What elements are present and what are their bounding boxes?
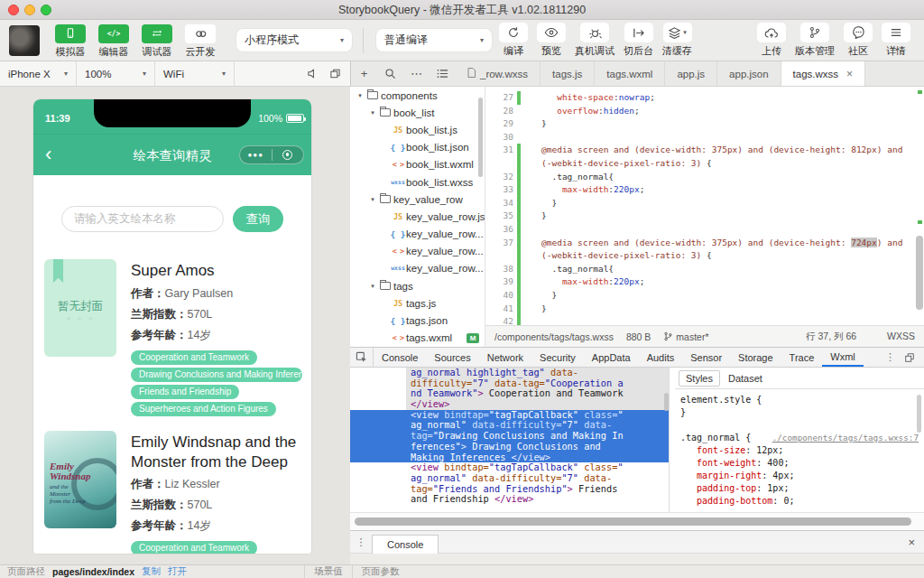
more-menu-button[interactable]: ●●● (240, 146, 272, 163)
devtools-tab-trace[interactable]: Trace (781, 348, 823, 367)
network-select[interactable]: WiFi▾ (155, 61, 235, 86)
scene-value-label[interactable]: 场景值 (314, 565, 343, 578)
compile-button[interactable]: 编译 (499, 23, 528, 58)
tree-item[interactable]: ▾components (350, 87, 485, 104)
query-button[interactable]: 查询 (233, 206, 283, 232)
mode-select[interactable]: 小程序模式 ▾ (236, 29, 352, 51)
style-rule-line[interactable]: margin-right: 4px; (680, 470, 919, 482)
editor-tab[interactable]: _row.wxss (456, 61, 541, 86)
search-input[interactable]: 请输入英文绘本名称 (61, 206, 224, 232)
book-tag[interactable]: Friends and Friendship (131, 385, 239, 399)
version-control-button[interactable]: 版本管理 (795, 23, 835, 58)
open-link[interactable]: 打开 (168, 565, 187, 578)
stylesheet-link[interactable]: ./components/tags/tags.wxss:7 (772, 432, 919, 444)
tab-styles[interactable]: Styles (679, 370, 720, 387)
devtools-tab-sensor[interactable]: Sensor (682, 348, 730, 367)
debugger-toggle-button[interactable]: 调试器 (138, 23, 176, 59)
book-tag[interactable]: Cooperation and Teamwork (131, 541, 257, 554)
style-rule-line[interactable]: font-weight: 400; (680, 457, 919, 470)
switch-background-button[interactable]: 切后台 (624, 23, 653, 58)
page-params-label[interactable]: 页面参数 (362, 565, 400, 578)
tree-item[interactable]: < >tags.wxmlM (350, 330, 485, 347)
simulator-toggle-button[interactable]: 模拟器 (51, 23, 89, 59)
tree-item[interactable]: { }key_value_row... (350, 226, 485, 243)
book-tag[interactable]: Superheroes and Action Figures (131, 402, 276, 416)
style-rule-line[interactable]: padding-bottom: 0; (680, 495, 919, 508)
code-editor[interactable]: 27 white-space:nowrap;28 overflow:hidden… (485, 87, 924, 325)
compile-mode-select[interactable]: 普通编译 ▾ (376, 29, 492, 51)
book-item[interactable]: 暂无封面★ ★ ★Super Amos作者：Gary Paulsen兰斯指数：5… (44, 259, 302, 416)
style-rule-line[interactable]: element.style { (680, 394, 919, 406)
close-icon[interactable]: × (908, 536, 915, 549)
inspect-icon[interactable] (350, 348, 374, 367)
git-branch[interactable]: master* (663, 331, 708, 342)
editor-tab[interactable]: tags.js (541, 61, 595, 86)
tree-scrollbar[interactable] (478, 98, 483, 177)
language-mode[interactable]: WXSS (887, 331, 915, 343)
editor-tab[interactable]: app.js (665, 61, 717, 86)
editor-tab[interactable]: tags.wxss× (781, 61, 866, 86)
book-tag[interactable]: Cooperation and Teamwork (131, 350, 257, 365)
real-device-debug-button[interactable]: 真机调试 (575, 23, 614, 58)
community-button[interactable]: 社区 (844, 23, 873, 58)
tree-item[interactable]: < >book_list.wxml (350, 156, 485, 173)
styles-scrollbar[interactable] (917, 395, 921, 433)
devtools-tab-storage[interactable]: Storage (730, 348, 781, 367)
search-files-button[interactable] (377, 61, 403, 86)
devtools-tab-console[interactable]: Console (374, 348, 426, 367)
tree-item[interactable]: JSbook_list.js (350, 121, 485, 138)
tree-item[interactable]: wxsskey_value_row... (350, 260, 485, 277)
devtools-tab-wxml[interactable]: Wxml (822, 348, 864, 367)
editor-scrollbar[interactable] (916, 236, 923, 310)
preview-button[interactable]: 预览 (537, 23, 566, 58)
device-select[interactable]: iPhone X▾ (0, 61, 77, 86)
exit-target-button[interactable] (273, 150, 304, 160)
tree-item[interactable]: ▾tags (350, 277, 485, 294)
book-tag[interactable]: Drawing Conclusions and Making Inference… (131, 368, 302, 382)
copy-link[interactable]: 复制 (142, 565, 161, 578)
devtools-tab-security[interactable]: Security (531, 348, 584, 367)
book-item[interactable]: EmilyWindsnapand theMonsterfrom the Deep… (44, 431, 302, 554)
tree-item[interactable]: JStags.js (350, 294, 485, 312)
style-rule-line[interactable]: padding-top: 1px; (680, 482, 919, 495)
close-icon[interactable]: × (846, 68, 853, 80)
kebab-menu-icon[interactable]: ⋮ (885, 351, 895, 363)
style-rule-line[interactable]: } (680, 406, 919, 419)
detach-window-icon[interactable] (329, 68, 341, 79)
tab-dataset[interactable]: Dataset (722, 371, 769, 386)
undock-icon[interactable] (904, 352, 915, 363)
hscroll-thumb[interactable] (355, 517, 911, 526)
details-button[interactable]: 详情 (882, 23, 910, 58)
tree-item[interactable]: ▾key_value_row (350, 191, 485, 208)
add-tab-button[interactable]: + (351, 61, 377, 86)
editor-toggle-button[interactable]: </> 编辑器 (95, 23, 133, 59)
tree-item[interactable]: JSkey_value_row.js (350, 208, 485, 225)
cursor-position[interactable]: 行 37, 列 66 (806, 331, 856, 343)
user-avatar[interactable] (9, 25, 40, 56)
clear-cache-button[interactable]: ▾ 清缓存 (662, 23, 692, 58)
devtools-tab-network[interactable]: Network (479, 348, 531, 367)
wxml-panel[interactable]: ag_normal highlight_tag" data-difficulty… (350, 368, 670, 512)
tree-expand-arrow[interactable]: ▾ (368, 196, 377, 203)
wxml-scrollbar[interactable] (664, 393, 669, 411)
speaker-icon[interactable] (307, 68, 319, 79)
kebab-menu-icon[interactable]: ⋮ (350, 536, 372, 548)
devtools-tab-audits[interactable]: Audits (639, 348, 683, 367)
style-rule-line[interactable] (680, 419, 919, 432)
wxml-line[interactable]: nd Teamwork"> Cooperation and Teamwork (350, 388, 669, 399)
tree-expand-arrow[interactable]: ▾ (356, 92, 365, 99)
devtools-tab-sources[interactable]: Sources (426, 348, 478, 367)
tree-item[interactable]: < >key_value_row... (350, 243, 485, 260)
editor-tab[interactable]: app.json (717, 61, 781, 86)
upload-button[interactable]: 上传 (757, 23, 786, 58)
style-rule-line[interactable]: font-size: 12px; (680, 444, 919, 457)
console-drawer-tab[interactable]: Console (372, 535, 439, 554)
tree-expand-arrow[interactable]: ▾ (368, 283, 377, 290)
wxml-line[interactable]: and Friendship </view> (350, 494, 669, 505)
tree-item[interactable]: ▾book_list (350, 104, 485, 121)
tree-item[interactable]: { }tags.json (350, 312, 485, 329)
tree-item[interactable]: { }book_list.json (350, 139, 485, 156)
style-rule-line[interactable]: .tag_normal {./components/tags/tags.wxss… (680, 432, 919, 444)
editor-tab[interactable]: tags.wxml (595, 61, 665, 86)
tree-item[interactable]: wxssbook_list.wxss (350, 173, 485, 191)
